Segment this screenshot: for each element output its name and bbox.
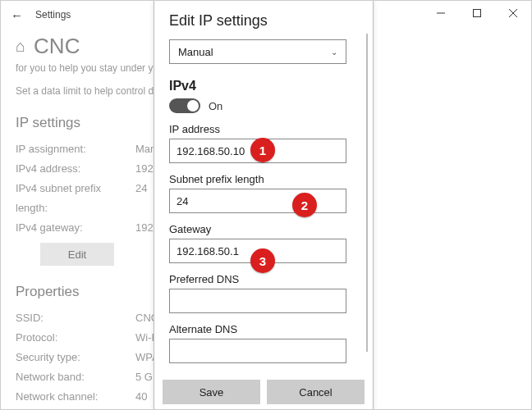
- dialog-title: Edit IP settings: [169, 12, 355, 30]
- mode-value: Manual: [178, 46, 213, 58]
- ipv4-toggle[interactable]: [169, 98, 200, 113]
- annotation-marker-2: 2: [292, 193, 317, 217]
- cancel-button[interactable]: Cancel: [267, 380, 365, 404]
- kv-key: Network channel:: [16, 387, 135, 407]
- kv-value: 40: [135, 387, 147, 407]
- chevron-down-icon: ⌄: [331, 48, 337, 57]
- preferred-dns-label: Preferred DNS: [169, 273, 355, 285]
- page-title: CNC: [34, 34, 80, 59]
- annotation-marker-3: 3: [250, 248, 275, 273]
- ip-address-label: IP address: [169, 123, 355, 135]
- window-title: Settings: [30, 9, 71, 20]
- kv-key: Protocol:: [16, 328, 135, 348]
- subnet-label: Subnet prefix length: [169, 173, 355, 185]
- gateway-label: Gateway: [169, 223, 355, 235]
- kv-key: IPv4 gateway:: [16, 218, 135, 238]
- kv-key: IP assignment:: [16, 139, 135, 159]
- mode-select[interactable]: Manual ⌄: [169, 39, 346, 64]
- svg-rect-1: [474, 10, 481, 17]
- toggle-state: On: [209, 100, 222, 112]
- edit-ip-dialog: Edit IP settings Manual ⌄ IPv4 On IP add…: [154, 1, 374, 410]
- scrollbar[interactable]: [366, 34, 368, 352]
- kv-key: IPv4 address:: [16, 159, 135, 179]
- alternate-dns-input[interactable]: [169, 339, 346, 363]
- kv-key: Security type:: [16, 348, 135, 367]
- close-button[interactable]: [495, 1, 531, 25]
- preferred-dns-input[interactable]: [169, 289, 346, 313]
- minimize-button[interactable]: [423, 1, 459, 25]
- alternate-dns-label: Alternate DNS: [169, 323, 355, 335]
- kv-key: SSID:: [16, 308, 135, 328]
- kv-value: 24: [135, 179, 147, 218]
- window-controls: [423, 1, 531, 25]
- kv-key: IPv6 address:: [16, 407, 135, 410]
- annotation-marker-1: 1: [250, 138, 275, 162]
- back-icon[interactable]: ←: [11, 8, 30, 22]
- ipv4-label: IPv4: [169, 79, 355, 93]
- subnet-input[interactable]: [169, 189, 346, 213]
- kv-key: Network band:: [16, 367, 135, 387]
- edit-button[interactable]: Edit: [40, 243, 114, 266]
- maximize-button[interactable]: [459, 1, 495, 25]
- save-button[interactable]: Save: [163, 380, 260, 404]
- home-icon: ⌂: [16, 37, 25, 56]
- kv-key: IPv4 subnet prefix length:: [16, 179, 135, 218]
